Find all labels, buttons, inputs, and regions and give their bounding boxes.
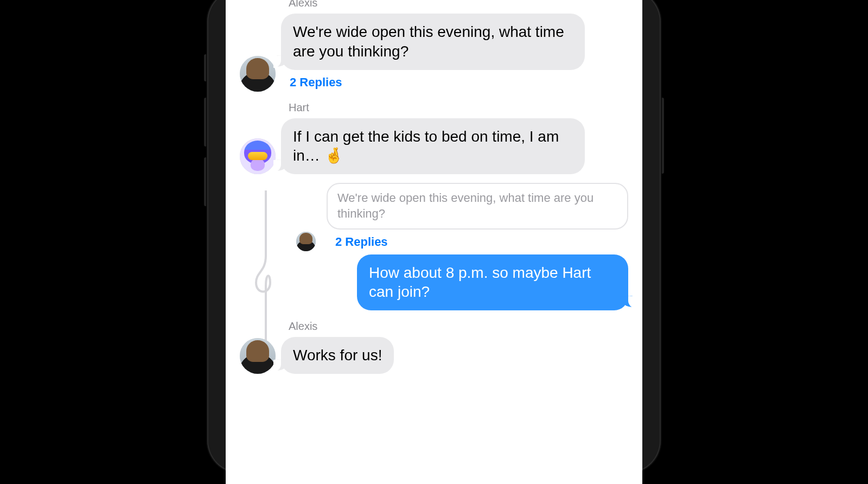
replies-link[interactable]: 2 Replies (290, 75, 585, 90)
message-bubble[interactable]: If I can get the kids to bed on time, I … (281, 118, 585, 175)
message-text: We're wide open this evening, what time … (337, 191, 593, 220)
avatar[interactable] (240, 56, 276, 92)
avatar[interactable] (240, 338, 276, 374)
avatar-icon (296, 232, 316, 251)
replies-link[interactable]: 2 Replies (335, 235, 628, 249)
phone-frame: No plans here. Can't wait to catch up! A… (207, 0, 661, 473)
message-row[interactable]: Alexis Works for us! (226, 314, 642, 377)
message-bubble-outgoing[interactable]: How about 8 p.m. so maybe Hart can join? (357, 254, 628, 311)
sender-name: Alexis (289, 0, 585, 9)
conversation-thread[interactable]: No plans here. Can't wait to catch up! A… (226, 0, 642, 484)
quoted-message-row[interactable]: We're wide open this evening, what time … (296, 183, 628, 251)
inline-reply-thread[interactable]: We're wide open this evening, what time … (226, 183, 642, 314)
message-text: Works for us! (293, 347, 382, 364)
message-text: We're wide open this evening, what time … (293, 23, 564, 60)
memoji-icon (240, 138, 276, 174)
phone-power-button (661, 98, 664, 174)
message-text: If I can get the kids to bed on time, I … (293, 128, 559, 164)
avatar-icon (240, 56, 276, 92)
message-bubble[interactable]: We're wide open this evening, what time … (281, 14, 585, 70)
message-row[interactable]: How about 8 p.m. so maybe Hart can join? (272, 251, 642, 314)
message-row[interactable]: Alexis We're wide open this evening, wha… (226, 0, 642, 95)
messages-screen[interactable]: No plans here. Can't wait to catch up! A… (226, 0, 642, 484)
avatar-icon (240, 338, 276, 374)
message-bubble[interactable]: Works for us! (281, 337, 394, 374)
sender-name: Hart (289, 101, 585, 114)
avatar[interactable] (240, 138, 276, 174)
sender-name: Alexis (289, 320, 394, 333)
message-text: How about 8 p.m. so maybe Hart can join? (369, 264, 591, 301)
quoted-message-bubble[interactable]: We're wide open this evening, what time … (327, 183, 628, 229)
avatar[interactable] (296, 232, 316, 251)
message-row[interactable]: Hart If I can get the kids to bed on tim… (226, 95, 642, 178)
